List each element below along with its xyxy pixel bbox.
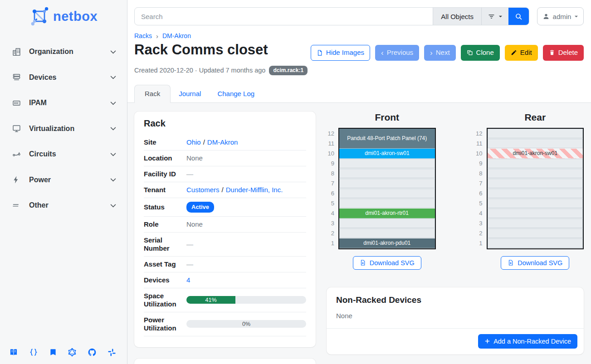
rack-device-front[interactable]: dmi01-akron-rtr01 [339, 209, 435, 218]
next-button[interactable]: › Next [424, 45, 456, 61]
rack-empty-slot[interactable] [339, 199, 435, 209]
download-svg-front-button[interactable]: Download SVG [353, 256, 421, 270]
unit-label: 7 [322, 179, 338, 189]
rack-empty-slot[interactable] [488, 139, 583, 149]
graphql-icon[interactable] [68, 348, 77, 357]
download-svg-rear-button[interactable]: Download SVG [501, 256, 569, 270]
next-card-partial [134, 359, 316, 364]
rack-elevations: Front 121110987654321 Panduit 48-Port Pa… [322, 112, 584, 270]
main-area: All Objects admin Racks › DM-Akron Rac [127, 0, 591, 364]
unit-label: 4 [470, 209, 487, 218]
edit-button[interactable]: Edit [505, 45, 538, 61]
sidebar-item-label: Organization [29, 48, 109, 56]
rack-empty-slot[interactable] [339, 228, 435, 238]
tab-bar: Rack Journal Change Log [134, 85, 584, 103]
rack-empty-slot[interactable] [339, 169, 435, 179]
field-value: None [186, 220, 203, 228]
tab-change-log[interactable]: Change Log [209, 85, 263, 103]
field-value-link[interactable]: DM-Akron [207, 138, 238, 146]
ipam-icon [12, 98, 23, 108]
delete-button[interactable]: Delete [543, 45, 584, 61]
unit-label: 4 [322, 209, 338, 218]
rack-empty-slot[interactable] [488, 129, 583, 139]
tab-journal[interactable]: Journal [171, 85, 209, 103]
breadcrumb-racks-link[interactable]: Racks [134, 32, 152, 39]
download-file-icon [508, 259, 514, 266]
rack-empty-slot[interactable] [488, 179, 583, 189]
docs-book-icon[interactable] [9, 348, 18, 357]
user-menu-button[interactable]: admin [537, 7, 584, 25]
rest-api-braces-icon[interactable] [29, 348, 38, 357]
field-value-link[interactable]: Customers [186, 186, 220, 194]
unit-label: 10 [322, 149, 338, 159]
rack-empty-slot[interactable] [488, 218, 583, 228]
rack-device-rear[interactable]: dmi01-akron-sw01 [488, 149, 583, 159]
rack-device-front[interactable]: dmi01-akron-pdu01 [339, 238, 435, 248]
field-value-link[interactable]: Dunder-Mifflin, Inc. [226, 186, 283, 194]
rack-empty-slot[interactable] [488, 189, 583, 199]
breadcrumb-site-link[interactable]: DM-Akron [162, 32, 191, 39]
hide-images-button[interactable]: Hide Images [311, 45, 370, 61]
copy-icon [467, 49, 473, 56]
field-label: Location [144, 154, 186, 162]
unit-label: 6 [322, 189, 338, 199]
slack-icon[interactable] [107, 348, 116, 357]
rack-device-front[interactable]: dmi01-akron-sw01 [339, 149, 435, 159]
field-label: Site [144, 138, 186, 146]
rack-empty-slot[interactable] [488, 169, 583, 179]
field-row: LocationNone [144, 150, 306, 166]
sidebar-item-ipam[interactable]: IPAM [12, 90, 117, 116]
field-label: Asset Tag [144, 260, 186, 268]
rack-empty-slot[interactable] [488, 238, 583, 248]
field-label: Serial Number [144, 236, 186, 252]
devices-icon [12, 73, 23, 82]
download-file-icon [360, 259, 366, 266]
non-racked-title: Non-Racked Devices [327, 287, 584, 305]
netbox-logo[interactable]: netbox [0, 5, 127, 31]
sidebar-item-organization[interactable]: Organization [12, 39, 117, 65]
rack-empty-slot[interactable] [488, 228, 583, 238]
object-id-badge[interactable]: dcim.rack:1 [269, 66, 308, 75]
rack-empty-slot[interactable] [339, 179, 435, 189]
search-icon [515, 13, 523, 20]
sidebar-item-label: Devices [29, 73, 109, 82]
previous-button[interactable]: ‹ Previous [375, 45, 419, 61]
rack-device-front[interactable]: Panduit 48-Port Patch Panel (74) [339, 129, 435, 149]
chevron-down-icon [109, 176, 117, 184]
field-value-link[interactable]: 4 [186, 276, 190, 284]
netbox-logo-text: netbox [53, 9, 98, 24]
rack-empty-slot[interactable] [488, 209, 583, 218]
field-value-link[interactable]: Ohio [186, 138, 201, 146]
unit-labels-front: 121110987654321 [322, 128, 338, 249]
breadcrumb: Racks › DM-Akron [134, 32, 584, 39]
tab-rack[interactable]: Rack [134, 85, 171, 103]
rack-empty-slot[interactable] [339, 189, 435, 199]
circuits-icon [12, 150, 23, 159]
non-racked-body: None [327, 305, 584, 329]
add-non-racked-device-button[interactable]: Add a Non-Racked Device [478, 334, 577, 349]
trash-icon [549, 49, 555, 56]
rack-empty-slot[interactable] [339, 159, 435, 169]
api-book-icon[interactable] [49, 348, 57, 357]
search-input[interactable] [135, 8, 433, 25]
chevron-left-icon: ‹ [381, 50, 384, 56]
sidebar-item-label: Other [29, 201, 109, 209]
rack-empty-slot[interactable] [488, 159, 583, 169]
unit-label: 7 [470, 179, 487, 189]
rack-empty-slot[interactable] [488, 199, 583, 209]
sidebar-item-other[interactable]: Other [12, 193, 117, 218]
field-label: Space Utilization [144, 292, 186, 308]
field-label: Facility ID [144, 170, 186, 178]
clone-button[interactable]: Clone [461, 45, 500, 61]
rack-empty-slot[interactable] [339, 218, 435, 228]
virtualization-icon [12, 124, 23, 133]
sidebar-item-devices[interactable]: Devices [12, 65, 117, 91]
search-scope-select[interactable]: All Objects [433, 8, 481, 25]
sidebar-item-power[interactable]: Power [12, 167, 117, 193]
sidebar-item-virtualization[interactable]: Virtualization [12, 116, 117, 142]
sidebar-item-circuits[interactable]: Circuits [12, 141, 117, 167]
search-filter-button[interactable] [481, 8, 508, 25]
utilization-progress-bar: 0% [186, 320, 306, 328]
search-submit-button[interactable] [508, 8, 529, 25]
github-icon[interactable] [88, 348, 97, 357]
